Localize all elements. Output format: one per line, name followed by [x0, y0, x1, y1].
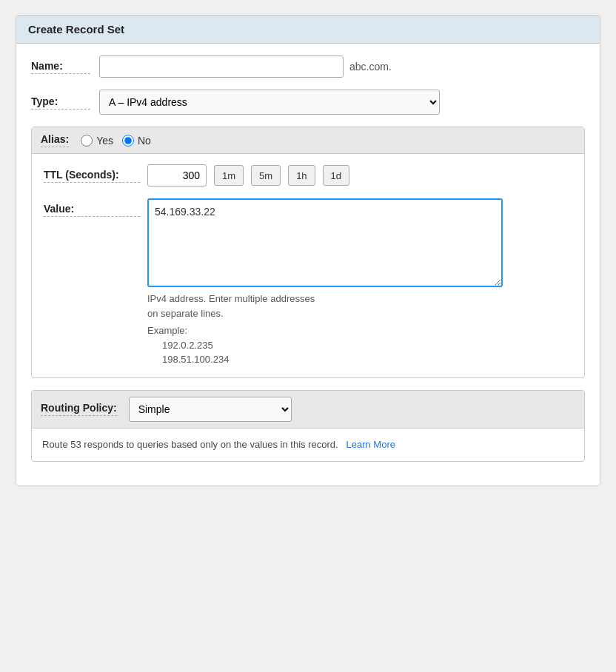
ttl-btn-5m[interactable]: 5m [251, 165, 281, 186]
alias-yes-option[interactable]: Yes [81, 135, 113, 147]
section-content: TTL (Seconds): 1m 5m 1h 1d Value: 54.169… [32, 154, 584, 377]
ttl-btn-1d[interactable]: 1d [323, 165, 349, 186]
ttl-btn-1m[interactable]: 1m [214, 165, 244, 186]
alias-section-box: Alias: Yes No TTL (Seconds): [31, 127, 585, 378]
routing-section-box: Routing Policy: Simple Weighted Latency … [31, 390, 585, 463]
routing-label: Routing Policy: [41, 402, 117, 416]
ttl-row: TTL (Seconds): 1m 5m 1h 1d [44, 164, 572, 187]
learn-more-link[interactable]: Learn More [346, 439, 395, 450]
type-label: Type: [31, 95, 90, 110]
form-body: Name: abc.com. Type: A – IPv4 address AA… [16, 44, 600, 485]
alias-yes-radio[interactable] [81, 135, 93, 147]
value-row: Value: 54.169.33.22 IPv4 address. Enter … [44, 198, 572, 367]
value-hint: IPv4 address. Enter multiple addresses o… [147, 292, 503, 367]
form-header: Create Record Set [16, 16, 600, 44]
example-value1: 192.0.2.235 [162, 338, 503, 353]
routing-description: Route 53 responds to queries based only … [32, 429, 584, 462]
name-input-wrapper: abc.com. [99, 56, 392, 78]
value-textarea-wrapper: 54.169.33.22 IPv4 address. Enter multipl… [147, 198, 503, 367]
form-title: Create Record Set [28, 23, 124, 36]
value-textarea[interactable]: 54.169.33.22 [147, 198, 503, 287]
routing-section-header: Routing Policy: Simple Weighted Latency … [32, 391, 584, 429]
example-value2: 198.51.100.234 [162, 352, 503, 367]
type-field-row: Type: A – IPv4 address AAAA – IPv6 addre… [31, 90, 585, 115]
alias-no-option[interactable]: No [122, 135, 151, 147]
name-suffix: abc.com. [349, 61, 392, 73]
value-label: Value: [44, 203, 140, 217]
alias-no-radio[interactable] [122, 135, 134, 147]
value-hint-line1: IPv4 address. Enter multiple addresses o… [147, 293, 315, 319]
name-input[interactable] [99, 56, 344, 78]
example-label: Example: [147, 323, 503, 338]
create-record-set-form: Create Record Set Name: abc.com. Type: A… [16, 15, 600, 486]
alias-yes-label: Yes [96, 135, 113, 147]
routing-select[interactable]: Simple Weighted Latency Failover Geoloca… [129, 397, 292, 422]
ttl-input[interactable] [147, 164, 207, 187]
alias-label: Alias: [41, 133, 69, 147]
routing-description-text: Route 53 responds to queries based only … [42, 439, 338, 450]
alias-section-header: Alias: Yes No [32, 127, 584, 154]
name-field-row: Name: abc.com. [31, 56, 585, 78]
alias-radio-group: Yes No [81, 135, 151, 147]
name-label: Name: [31, 60, 90, 74]
alias-no-label: No [138, 135, 151, 147]
ttl-btn-1h[interactable]: 1h [288, 165, 315, 186]
ttl-label: TTL (Seconds): [44, 169, 140, 183]
type-select[interactable]: A – IPv4 address AAAA – IPv6 address CNA… [99, 90, 440, 115]
